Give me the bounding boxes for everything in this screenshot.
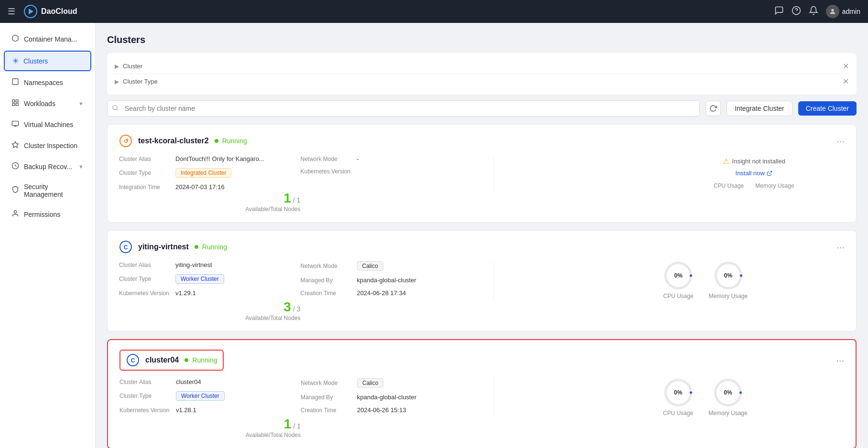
cluster-1-details: Cluster Alias DontTouch!!! Only for Kang… — [119, 155, 845, 213]
permissions-label: Permissions — [24, 211, 84, 218]
cluster-type-filter-label[interactable]: ▶ Cluster Type — [115, 78, 158, 85]
cluster-1-header: ↺ test-kcoral-cluster2 Running ··· — [119, 134, 845, 148]
svg-rect-7 — [16, 100, 18, 102]
cluster-inspection-icon — [11, 141, 19, 150]
hamburger-menu-icon[interactable]: ☰ — [8, 6, 15, 17]
help-icon[interactable] — [792, 6, 801, 18]
sidebar-item-namespaces[interactable]: Namespaces — [4, 73, 91, 92]
search-input[interactable] — [107, 100, 700, 117]
namespaces-icon — [11, 78, 19, 87]
page-title: Clusters — [107, 34, 857, 45]
cluster-2-detail-right: Network Mode Calico Managed By kpanda-gl… — [301, 261, 482, 299]
cluster-card-1: ↺ test-kcoral-cluster2 Running ··· Clust… — [107, 124, 857, 223]
cluster-1-network-val: - — [357, 155, 359, 162]
top-navigation: ☰ DaoCloud admin — [0, 0, 868, 23]
cluster-card-2: C yiting-virtnest Running ··· Cluster Al… — [107, 230, 857, 331]
svg-text:C: C — [131, 357, 135, 364]
search-icon — [112, 105, 119, 113]
sidebar-item-cluster-inspection[interactable]: Cluster Inspection — [4, 136, 91, 155]
cluster-1-status: Running — [215, 137, 247, 145]
cluster-2-type-key: Cluster Type — [119, 276, 172, 282]
chat-icon[interactable] — [774, 6, 784, 18]
logo-text: DaoCloud — [41, 7, 77, 16]
warning-icon: ⚠ — [723, 157, 729, 166]
cluster-2-network-key: Network Mode — [301, 263, 353, 269]
svg-rect-9 — [12, 103, 15, 106]
backup-recovery-icon — [11, 162, 19, 171]
cluster-2-usage-section: 0% CPU Usage 0% Memory Usage — [663, 261, 845, 299]
username: admin — [842, 8, 860, 15]
cluster-2-nodes-total: / 3 — [293, 305, 301, 313]
permissions-icon — [11, 210, 19, 219]
sidebar-item-virtual-machines[interactable]: Virtual Machines — [4, 115, 91, 134]
svg-rect-8 — [16, 103, 18, 106]
search-input-wrap — [107, 100, 700, 117]
cluster-1-alias-key: Cluster Alias — [119, 156, 172, 162]
backup-recovery-label: Backup Recov... — [24, 163, 74, 171]
cluster-2-managed-key: Managed By — [301, 277, 353, 284]
cluster-3-network-val: Calico — [357, 378, 383, 388]
cluster-filter-close-icon[interactable]: ✕ — [843, 62, 849, 71]
virtual-machines-icon — [11, 120, 19, 129]
create-cluster-button[interactable]: Create Cluster — [798, 101, 857, 116]
security-management-label: Security Management — [24, 183, 84, 198]
cluster-3-cpu-percent: 0% — [674, 389, 682, 396]
avatar — [826, 5, 839, 18]
cluster-3-alias-val: cluster04 — [176, 378, 201, 385]
filter-section: ▶ Cluster ✕ ▶ Cluster Type ✕ — [107, 53, 857, 95]
cluster-2-managed-val: kpanda-global-cluster — [357, 277, 416, 284]
daocloud-logo-icon — [24, 5, 37, 18]
cluster-card-3: C cluster04 Running ··· Cluster Alias cl… — [107, 339, 857, 448]
cluster-3-more-button[interactable]: ··· — [836, 355, 844, 366]
cluster-3-icon: C — [126, 353, 140, 367]
svg-line-22 — [769, 171, 772, 174]
cluster-inspection-label: Cluster Inspection — [24, 142, 84, 149]
svg-text:C: C — [124, 244, 128, 251]
cluster-type-filter-row: ▶ Cluster Type ✕ — [115, 74, 849, 89]
cluster-3-memory-percent: 0% — [724, 389, 732, 396]
cluster-2-memory-percent: 0% — [724, 272, 732, 279]
sidebar-item-permissions[interactable]: Permissions — [4, 205, 91, 224]
cluster-2-details: Cluster Alias yiting-virtnest Cluster Ty… — [119, 261, 845, 321]
svg-point-18 — [113, 105, 117, 109]
cluster-3-nodes-label: Available/Total Nodes — [246, 432, 301, 438]
sidebar-item-container-manager[interactable]: Container Mana... — [4, 30, 91, 49]
cluster-1-integration-val: 2024-07-03 17:16 — [175, 183, 225, 191]
cluster-2-alias-val: yiting-virtnest — [175, 261, 212, 268]
svg-marker-1 — [29, 9, 33, 14]
cluster-3-usage-section: 0% CPU Usage 0% Memory Usage — [663, 378, 844, 416]
cluster-2-alias-key: Cluster Alias — [119, 262, 172, 268]
cluster-1-more-button[interactable]: ··· — [836, 136, 845, 147]
cluster-1-name[interactable]: test-kcoral-cluster2 — [138, 137, 209, 145]
cluster-2-more-button[interactable]: ··· — [836, 242, 845, 253]
clusters-label: Clusters — [23, 57, 83, 65]
sidebar-item-backup-recovery[interactable]: Backup Recov... ▼ — [4, 157, 91, 176]
sidebar-item-clusters[interactable]: ✳ Clusters — [4, 51, 91, 71]
integrate-cluster-button[interactable]: Integrate Cluster — [727, 101, 792, 116]
cluster-3-memory-usage: 0% Memory Usage — [708, 378, 747, 416]
cluster-2-memory-donut: 0% — [714, 261, 743, 290]
cluster-filter-label[interactable]: ▶ Cluster — [115, 63, 142, 70]
sidebar-item-security-management[interactable]: Security Management — [4, 178, 91, 203]
install-now-link[interactable]: Install now — [736, 170, 772, 177]
cluster-2-name[interactable]: yiting-virtnest — [138, 243, 189, 251]
cluster-filter-chevron-icon: ▶ — [115, 63, 119, 70]
container-manager-label: Container Mana... — [24, 35, 84, 43]
cluster-3-details: Cluster Alias cluster04 Cluster Type Wor… — [119, 378, 844, 438]
workloads-icon — [11, 99, 19, 108]
cluster-3-name[interactable]: cluster04 — [145, 356, 179, 364]
cluster-3-cpu-label: CPU Usage — [663, 410, 693, 416]
security-management-icon — [11, 186, 19, 195]
cluster-filter-row: ▶ Cluster ✕ — [115, 59, 849, 74]
cluster-3-network-key: Network Mode — [301, 380, 353, 386]
cluster-2-cpu-usage: 0% CPU Usage — [663, 261, 694, 299]
cluster-1-insight-warning: ⚠ Insight not installed — [723, 157, 785, 166]
cluster-type-filter-close-icon[interactable]: ✕ — [843, 77, 849, 86]
bell-icon[interactable] — [809, 6, 818, 18]
refresh-button[interactable] — [705, 101, 721, 116]
cluster-1-nodes-label: Available/Total Nodes — [245, 206, 300, 213]
cluster-1-type-badge: Integrated Cluster — [175, 168, 231, 178]
sidebar-item-workloads[interactable]: Workloads ▼ — [4, 94, 91, 113]
user-menu[interactable]: admin — [826, 5, 860, 18]
cluster-3-cpu-usage: 0% CPU Usage — [663, 378, 693, 416]
